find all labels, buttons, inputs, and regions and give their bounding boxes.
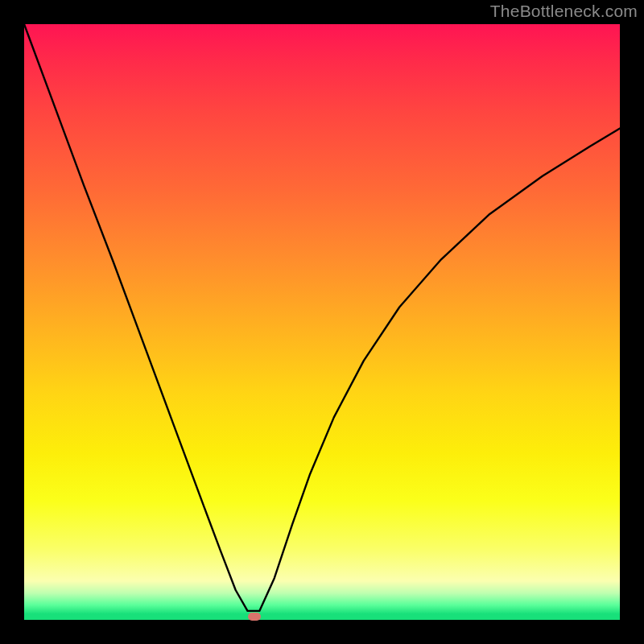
curve-svg — [24, 24, 620, 620]
plot-area — [24, 24, 620, 620]
bottleneck-curve-path — [24, 24, 620, 611]
min-marker — [248, 613, 261, 621]
chart-frame: TheBottleneck.com — [0, 0, 644, 644]
watermark-text: TheBottleneck.com — [490, 2, 638, 21]
